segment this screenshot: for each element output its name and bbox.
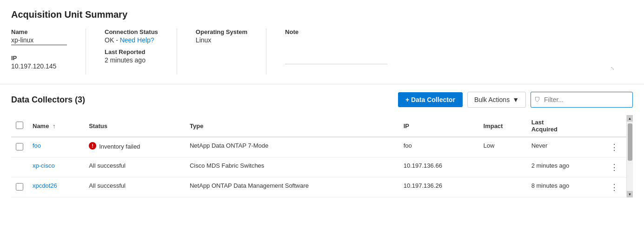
table-row: xpcdot26All successfulNetApp ONTAP Data … [11,177,633,198]
row-actions-menu-button[interactable]: ⋮ [610,143,619,152]
row-checkbox-cell [11,177,28,198]
scrollbar-thumb[interactable] [628,123,632,161]
row-type-cell: Cisco MDS Fabric Switches [185,157,399,177]
bulk-actions-label: Bulk Actions [474,96,510,103]
row-last-acquired-cell: 2 minutes ago [527,157,605,177]
connection-separator: - [116,36,120,44]
scrollbar-up-button[interactable]: ▲ [627,115,633,122]
row-impact-cell [479,177,527,198]
data-collectors-section: Data Collectors (3) + Data Collector Bul… [0,84,644,205]
svg-text:!: ! [92,143,93,149]
row-status-cell: All successful [84,157,185,177]
name-value: xp-linux [11,36,67,45]
last-reported-value: 2 minutes ago [105,56,158,64]
last-acquired-label: LastAcquired [531,119,558,133]
note-group: Note ⤡ [285,28,633,75]
connection-status: OK - Need Help? [105,36,158,44]
row-actions-menu-button[interactable]: ⋮ [610,183,619,192]
row-ip-cell: 10.197.136.26 [399,177,479,198]
status-error-wrapper: !Inventory failed [89,142,180,151]
row-type-cell: NetApp ONTAP Data Management Software [185,177,399,198]
connection-group: Connection Status OK - Need Help? Last R… [105,28,177,75]
summary-section: Acquisition Unit Summary Name xp-linux I… [0,0,644,84]
row-name-cell: xpcdot26 [28,177,84,198]
note-label: Note [285,28,614,35]
row-actions-cell: ⋮ [605,157,624,177]
os-value: Linux [196,36,247,44]
row-impact-cell [479,157,527,177]
bulk-actions-chevron-icon: ▼ [512,96,519,103]
ip-label: IP [11,54,67,61]
row-name-cell: foo [28,137,84,157]
error-icon: ! [89,142,96,151]
row-checkbox[interactable] [16,183,23,191]
row-last-acquired-cell: 8 minutes ago [527,177,605,198]
row-actions-cell: ⋮ [605,137,624,157]
row-ip-cell: 10.197.136.66 [399,157,479,177]
table-header-row: Name ↑ Status Type IP Impact LastAcquire… [11,115,633,137]
row-checkbox-cell [11,137,28,157]
th-status[interactable]: Status [84,115,185,137]
row-actions-cell: ⋮ [605,177,624,198]
connection-label: Connection Status [105,28,158,35]
th-ip[interactable]: IP [399,115,479,137]
row-checkbox[interactable] [16,143,23,150]
os-group: Operating System Linux [196,28,266,75]
filter-icon: ⛉ [534,96,540,103]
th-actions [605,115,624,137]
filter-input[interactable] [531,92,633,108]
th-name[interactable]: Name ↑ [28,115,84,137]
table-wrapper: Name ↑ Status Type IP Impact LastAcquire… [11,115,633,198]
filter-wrapper: ⛉ [531,92,633,108]
table-row: foo!Inventory failedNetApp Data ONTAP 7-… [11,137,633,157]
select-all-checkbox[interactable] [16,122,23,129]
name-label: Name [11,28,67,35]
select-all-header [11,115,28,137]
th-impact[interactable]: Impact [479,115,527,137]
add-data-collector-button[interactable]: + Data Collector [398,92,463,107]
bulk-actions-button[interactable]: Bulk Actions ▼ [467,92,526,108]
row-status-cell: !Inventory failed [84,137,185,157]
need-help-link[interactable]: Need Help? [120,36,154,44]
resize-handle: ⤡ [285,66,614,71]
connection-ok: OK [105,36,114,44]
summary-title: Acquisition Unit Summary [11,9,633,20]
row-name-link[interactable]: xp-cisco [33,162,55,169]
os-label: Operating System [196,28,247,35]
sort-arrow-icon: ↑ [53,123,56,129]
row-name-cell: xp-cisco [28,157,84,177]
row-ip-cell: foo [399,137,479,157]
row-checkbox-cell [11,157,28,177]
table-row: xp-ciscoAll successfulCisco MDS Fabric S… [11,157,633,177]
row-actions-menu-button[interactable]: ⋮ [610,163,619,172]
col-name-label: Name [33,123,49,129]
note-textarea[interactable] [285,36,387,64]
name-ip-group: Name xp-linux IP 10.197.120.145 [11,28,86,75]
last-reported-label: Last Reported [105,48,158,55]
data-collectors-table: Name ↑ Status Type IP Impact LastAcquire… [11,115,633,198]
row-impact-cell: Low [479,137,527,157]
th-type[interactable]: Type [185,115,399,137]
dc-header: Data Collectors (3) + Data Collector Bul… [11,92,633,108]
dc-title: Data Collectors (3) [11,95,398,105]
th-last-acquired[interactable]: LastAcquired [527,115,605,137]
row-status-cell: All successful [84,177,185,198]
row-last-acquired-cell: Never [527,137,605,157]
row-name-link[interactable]: xpcdot26 [33,182,57,189]
ip-value: 10.197.120.145 [11,62,67,70]
scrollbar-down-button[interactable]: ▼ [627,191,633,198]
row-name-link[interactable]: foo [33,142,41,149]
scrollbar-track: ▲ ▼ [626,115,633,198]
row-type-cell: NetApp Data ONTAP 7-Mode [185,137,399,157]
status-text: Inventory failed [99,143,140,150]
